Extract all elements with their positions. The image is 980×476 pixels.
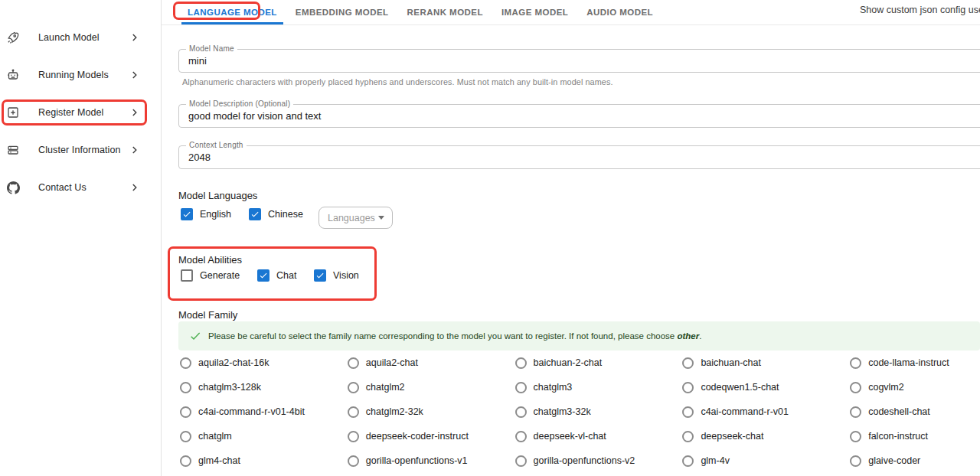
radio-icon xyxy=(348,406,359,418)
sidebar-item-label: Cluster Information xyxy=(38,145,129,155)
tab-audio-model[interactable]: AUDIO MODEL xyxy=(577,0,662,24)
model-family-notice-banner: Please be careful to select the family n… xyxy=(178,321,980,350)
family-radio-option[interactable]: codeqwen1.5-chat xyxy=(681,375,848,399)
ability-checkbox-vision[interactable]: Vision xyxy=(314,269,359,282)
show-json-config-link[interactable]: Show custom json config used b xyxy=(860,5,980,15)
radio-icon xyxy=(180,382,191,393)
radio-icon xyxy=(515,431,527,442)
context-length-input[interactable] xyxy=(179,146,980,168)
languages-dropdown[interactable]: Languages xyxy=(318,207,393,229)
sidebar-item-label: Contact Us xyxy=(38,182,129,193)
chevron-right-icon xyxy=(129,69,141,81)
add-box-icon xyxy=(6,106,20,119)
family-radio-option[interactable]: glm4-chat xyxy=(178,448,346,473)
chevron-right-icon xyxy=(129,144,141,156)
checkbox-label: Vision xyxy=(333,270,359,281)
family-radio-option[interactable]: chatglm3-128k xyxy=(178,375,346,399)
family-radio-option[interactable]: deepseek-coder-instruct xyxy=(346,424,514,448)
family-radio-option[interactable]: falcon-instruct xyxy=(848,424,980,448)
family-radio-option[interactable]: deepseek-chat xyxy=(681,424,848,448)
radio-icon xyxy=(348,455,359,467)
family-radio-option[interactable]: baichuan-chat xyxy=(681,350,848,375)
radio-icon xyxy=(515,455,527,467)
family-radio-option[interactable]: glaive-coder xyxy=(848,448,980,473)
family-radio-option[interactable]: deepseek-vl-chat xyxy=(514,424,681,448)
language-checkbox-english[interactable]: English xyxy=(181,208,231,220)
radio-icon xyxy=(682,431,694,442)
checkbox-icon xyxy=(257,269,270,282)
family-radio-option[interactable]: glm-4v xyxy=(681,448,848,473)
caret-down-icon xyxy=(378,216,384,220)
family-radio-option[interactable]: gorilla-openfunctions-v2 xyxy=(514,448,681,473)
chevron-right-icon xyxy=(129,106,141,119)
radio-icon xyxy=(515,406,527,418)
language-checkbox-chinese[interactable]: Chinese xyxy=(249,208,303,220)
sidebar-item-launch-model[interactable]: Launch Model xyxy=(0,27,161,48)
model-family-label: Model Family xyxy=(178,309,237,321)
family-radio-option[interactable]: code-llama-instruct xyxy=(848,350,980,375)
model-description-input[interactable] xyxy=(179,105,980,127)
radio-icon xyxy=(348,382,359,393)
github-icon xyxy=(6,181,20,194)
context-length-label: Context Length xyxy=(186,141,247,149)
tab-image-model[interactable]: IMAGE MODEL xyxy=(492,0,577,24)
family-radio-option[interactable]: c4ai-command-r-v01-4bit xyxy=(178,399,346,424)
cluster-icon xyxy=(6,143,20,157)
model-name-field: Model Name xyxy=(178,49,980,73)
sidebar-item-label: Running Models xyxy=(38,70,129,80)
checkbox-label: English xyxy=(200,209,231,220)
ability-checkbox-chat[interactable]: Chat xyxy=(257,269,296,282)
radio-icon xyxy=(515,382,527,393)
ability-checkbox-generate[interactable]: Generate xyxy=(181,269,240,282)
sidebar-item-contact-us[interactable]: Contact Us xyxy=(0,177,161,198)
robot-icon xyxy=(6,68,20,82)
family-radio-option[interactable]: aquila2-chat xyxy=(346,350,514,375)
checkbox-icon xyxy=(181,208,193,220)
checkbox-label: Generate xyxy=(200,270,240,281)
model-languages-label: Model Languages xyxy=(178,190,257,201)
radio-icon xyxy=(850,431,861,442)
tab-embedding-model[interactable]: EMBEDDING MODEL xyxy=(286,0,398,24)
radio-icon xyxy=(682,382,694,393)
radio-icon xyxy=(682,357,694,369)
chevron-right-icon xyxy=(129,181,141,194)
languages-dropdown-value: Languages xyxy=(328,213,375,223)
radio-icon xyxy=(850,357,861,369)
model-name-label: Model Name xyxy=(186,44,237,53)
notice-text: Please be careful to select the family n… xyxy=(208,331,701,341)
radio-icon xyxy=(180,431,191,442)
model-name-helper-text: Alphanumeric characters with properly pl… xyxy=(182,77,613,86)
tab-rerank-model[interactable]: RERANK MODEL xyxy=(398,0,492,24)
family-radio-option[interactable]: chatglm2 xyxy=(346,375,514,399)
radio-icon xyxy=(515,357,527,369)
family-radio-option[interactable]: codeshell-chat xyxy=(848,399,980,424)
sidebar-item-running-models[interactable]: Running Models xyxy=(0,64,161,86)
model-description-label: Model Description (Optional) xyxy=(186,99,293,108)
radio-icon xyxy=(348,431,359,442)
family-radio-option[interactable]: chatglm3 xyxy=(514,375,681,399)
family-radio-option[interactable]: chatglm3-32k xyxy=(514,399,681,424)
family-radio-option[interactable]: baichuan-2-chat xyxy=(514,350,681,375)
rocket-icon xyxy=(6,31,20,44)
family-radio-option[interactable]: gorilla-openfunctions-v1 xyxy=(346,448,514,473)
model-name-input[interactable] xyxy=(179,50,980,72)
family-radio-option[interactable]: cogvlm2 xyxy=(848,375,980,399)
checkbox-icon xyxy=(314,269,326,282)
model-type-tabs: LANGUAGE MODEL EMBEDDING MODEL RERANK MO… xyxy=(162,0,980,25)
sidebar-item-label: Launch Model xyxy=(38,32,129,43)
family-radio-option[interactable]: c4ai-command-r-v01 xyxy=(681,399,848,424)
family-radio-option[interactable]: chatglm2-32k xyxy=(346,399,514,424)
family-radio-option[interactable]: aquila2-chat-16k xyxy=(178,350,346,375)
radio-icon xyxy=(348,357,359,369)
family-radio-option[interactable]: chatglm xyxy=(178,424,346,448)
radio-icon xyxy=(850,455,861,467)
context-length-field: Context Length xyxy=(178,145,980,169)
tab-language-model[interactable]: LANGUAGE MODEL xyxy=(178,0,286,24)
checkbox-label: Chinese xyxy=(268,209,303,220)
sidebar-item-register-model[interactable]: Register Model xyxy=(0,102,161,123)
radio-icon xyxy=(180,455,191,467)
sidebar-item-cluster-information[interactable]: Cluster Information xyxy=(0,139,161,161)
chevron-right-icon xyxy=(129,31,141,44)
radio-icon xyxy=(682,455,694,467)
radio-icon xyxy=(180,406,191,418)
